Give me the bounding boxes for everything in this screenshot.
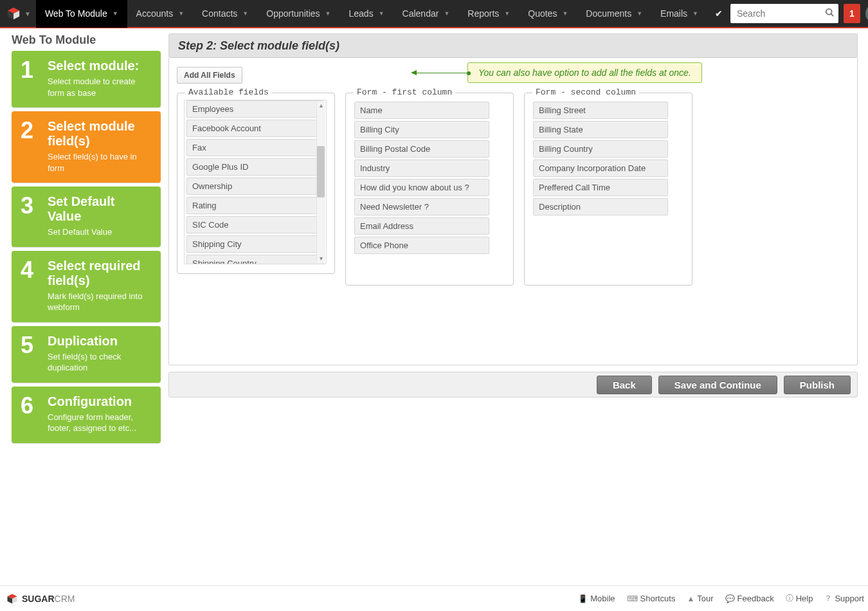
user-avatar[interactable] [865, 4, 868, 23]
back-button[interactable]: Back [597, 376, 652, 394]
footer-tour[interactable]: ▲Tour [687, 594, 713, 603]
step-number: 2 [21, 119, 42, 174]
footer-feedback[interactable]: 💬Feedback [725, 594, 774, 603]
nav-more-icon[interactable]: ✔ [707, 0, 730, 28]
app-logo-icon[interactable] [6, 6, 21, 21]
chevron-down-icon: ▼ [444, 10, 449, 17]
chevron-down-icon: ▼ [562, 10, 568, 17]
step-number: 4 [21, 259, 42, 313]
col1-field-item[interactable]: Billing Postal Code [354, 140, 489, 158]
chevron-down-icon: ▼ [379, 10, 384, 17]
tour-icon: ▲ [687, 594, 694, 603]
support-icon: ？ [824, 593, 832, 604]
available-field-item[interactable]: Shipping Country [186, 255, 324, 264]
wizard-step-4[interactable]: 4Select required field(s)Mark field(s) r… [12, 251, 161, 322]
available-field-item[interactable]: Employees [186, 100, 324, 118]
svg-line-4 [831, 14, 833, 16]
search-icon[interactable] [825, 8, 835, 19]
page-title: Web To Module [12, 33, 161, 47]
publish-button[interactable]: Publish [784, 376, 851, 394]
feedback-icon: 💬 [725, 594, 735, 603]
wizard-step-6[interactable]: 6ConfigurationConfigure form header, foo… [12, 387, 161, 443]
wizard-step-5[interactable]: 5DuplicationSet field(s) to check duplic… [12, 326, 161, 383]
footer-support[interactable]: ？Support [824, 593, 864, 604]
nav-calendar[interactable]: Calendar▼ [393, 0, 459, 28]
nav-accounts[interactable]: Accounts▼ [127, 0, 194, 28]
step-title: Set Default Value [48, 194, 152, 224]
footer-shortcuts[interactable]: ⌨Shortcuts [627, 594, 676, 603]
scroll-down-icon[interactable]: ▾ [317, 255, 325, 262]
form-first-column-box: Form - first column NameBilling CityBill… [345, 93, 514, 286]
add-all-fields-button[interactable]: Add All Fields [177, 67, 242, 84]
wizard-step-3[interactable]: 3Set Default ValueSet Default Value [12, 187, 161, 247]
nav-quotes[interactable]: Quotes▼ [519, 0, 577, 28]
step-title: Select module field(s) [48, 119, 152, 149]
wizard-step-2[interactable]: 2Select module field(s)Select field(s) t… [12, 111, 161, 183]
step-desc: Configure form header, footer, assigned … [48, 412, 152, 434]
available-fields-legend: Available fields [185, 87, 272, 97]
step-desc: Select module to create form as base [48, 76, 152, 98]
global-search[interactable] [730, 4, 838, 23]
col1-field-item[interactable]: Industry [354, 160, 489, 177]
available-field-item[interactable]: Ownership [186, 178, 324, 195]
nav-leads[interactable]: Leads▼ [339, 0, 393, 28]
form-second-column-legend: Form - second column [532, 87, 639, 97]
save-continue-button[interactable]: Save and Continue [658, 376, 777, 394]
step-title: Duplication [48, 334, 152, 349]
step-desc: Mark field(s) required into webform [48, 291, 152, 313]
step-title: Select required field(s) [48, 259, 152, 288]
notification-badge[interactable]: 1 [844, 4, 860, 23]
wizard-sidebar: Web To Module 1Select module:Select modu… [12, 33, 161, 447]
available-field-item[interactable]: Fax [186, 139, 324, 156]
available-fields-box: Available fields EmployeesFacebook Accou… [177, 93, 335, 274]
step-number: 5 [21, 334, 42, 374]
chevron-down-icon: ▼ [178, 10, 184, 17]
nav-contacts[interactable]: Contacts▼ [193, 0, 257, 28]
action-bar: Back Save and Continue Publish [168, 372, 858, 397]
col2-field-item[interactable]: Billing State [533, 121, 668, 138]
scrollbar-track[interactable]: ▴ ▾ [316, 101, 325, 263]
chevron-down-icon: ▼ [242, 10, 248, 17]
step-desc: Set field(s) to check duplication [48, 351, 152, 374]
col2-field-item[interactable]: Description [533, 198, 668, 215]
nav-opportunities[interactable]: Opportunities▼ [257, 0, 339, 28]
available-field-item[interactable]: Facebook Account [186, 120, 324, 137]
footer-brand[interactable]: SUGARCRM [6, 593, 75, 605]
scroll-up-icon[interactable]: ▴ [317, 102, 325, 109]
col1-field-item[interactable]: How did you know about us ? [354, 179, 489, 196]
nav-emails[interactable]: Emails▼ [651, 0, 707, 28]
col1-field-item[interactable]: Email Address [354, 217, 489, 235]
nav-web-to-module[interactable]: Web To Module▼ [36, 0, 127, 28]
col2-field-item[interactable]: Billing Street [533, 102, 668, 119]
top-navbar: ▼ Web To Module▼Accounts▼Contacts▼Opport… [0, 0, 868, 28]
nav-documents[interactable]: Documents▼ [577, 0, 651, 28]
col1-field-item[interactable]: Billing City [354, 121, 489, 138]
footer-brand-light: CRM [55, 594, 75, 604]
available-fields-list[interactable]: EmployeesFacebook AccountFaxGoogle Plus … [184, 100, 327, 264]
chevron-down-icon: ▼ [504, 10, 510, 17]
footer-help[interactable]: ⓘHelp [786, 593, 813, 604]
col2-field-item[interactable]: Preffered Call Time [533, 179, 668, 196]
step-number: 1 [21, 59, 42, 98]
app-menu-caret-icon[interactable]: ▼ [24, 10, 31, 17]
col1-field-item[interactable]: Name [354, 102, 489, 119]
col1-field-item[interactable]: Need Newsletter ? [354, 198, 489, 215]
available-field-item[interactable]: SIC Code [186, 216, 324, 233]
footer-bar: SUGARCRM 📱Mobile⌨Shortcuts▲Tour💬Feedback… [0, 585, 868, 611]
available-field-item[interactable]: Rating [186, 197, 324, 214]
available-field-item[interactable]: Google Plus ID [186, 158, 324, 176]
available-field-item[interactable]: Shipping City [186, 235, 324, 253]
wizard-step-1[interactable]: 1Select module:Select module to create f… [12, 51, 161, 107]
col1-field-item[interactable]: Office Phone [354, 237, 489, 254]
mobile-icon: 📱 [578, 594, 588, 603]
panel-heading: Step 2: Select module field(s) [168, 33, 858, 58]
col2-field-item[interactable]: Billing Country [533, 140, 668, 158]
hint-dot-icon [467, 71, 471, 75]
step-title: Select module: [48, 59, 152, 73]
scrollbar-thumb[interactable] [317, 146, 325, 197]
nav-reports[interactable]: Reports▼ [458, 0, 519, 28]
help-icon: ⓘ [786, 593, 793, 604]
col2-field-item[interactable]: Company Incorporation Date [533, 160, 668, 177]
footer-mobile[interactable]: 📱Mobile [578, 594, 615, 603]
search-input[interactable] [737, 8, 814, 19]
